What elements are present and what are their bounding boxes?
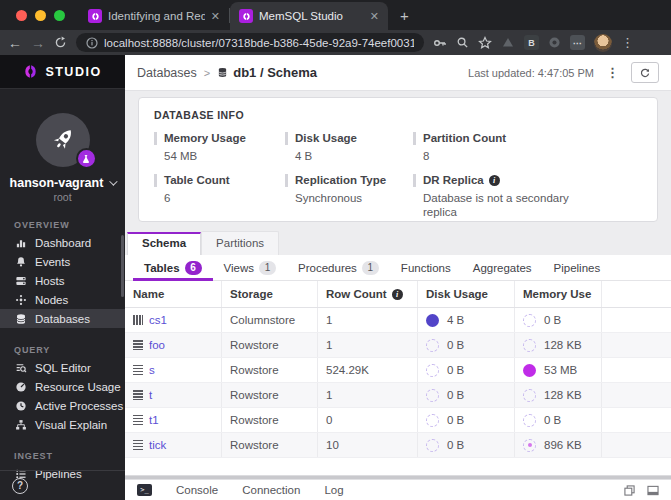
site-info-icon[interactable] xyxy=(86,37,98,49)
name-cell: cs1 xyxy=(125,308,222,332)
info-field-partition-count: Partition Count 8 xyxy=(413,132,642,163)
console-tab[interactable]: Console xyxy=(176,484,218,496)
bookmark-star-icon[interactable] xyxy=(478,36,492,50)
storage-cell: Columnstore xyxy=(222,308,318,332)
storage-cell: Rowstore xyxy=(222,383,318,407)
studio-logo: STUDIO xyxy=(0,55,125,89)
sidebar-item-dashboard[interactable]: Dashboard xyxy=(0,233,125,252)
table-name-link[interactable]: foo xyxy=(149,339,165,351)
name-cell: tick xyxy=(125,433,222,457)
extension-b-icon[interactable]: B xyxy=(524,35,539,50)
browser-tab-inactive[interactable]: Identifying and Reducing Mem ✕ xyxy=(79,2,229,30)
expand-panel-icon[interactable] xyxy=(624,485,635,496)
sidebar-item-databases[interactable]: Databases xyxy=(0,309,125,328)
tab-schema[interactable]: Schema xyxy=(127,232,201,255)
sidebar-item-resource-usage[interactable]: Resource Usage xyxy=(0,377,125,396)
memory-use-cell: 0 B xyxy=(515,308,602,332)
rowstore-icon xyxy=(133,390,143,400)
memory-usage-indicator xyxy=(523,339,536,352)
zoom-icon[interactable] xyxy=(456,36,469,49)
tab-aggregates[interactable]: Aggregates xyxy=(462,255,543,281)
browser-menu-icon[interactable]: ⋮ xyxy=(621,35,634,50)
tab-close-icon[interactable]: ✕ xyxy=(211,10,220,23)
columnstore-icon xyxy=(133,315,143,325)
tab-procedures[interactable]: Procedures 1 xyxy=(287,255,390,281)
new-tab-button[interactable]: + xyxy=(388,0,421,30)
log-tab[interactable]: Log xyxy=(324,484,343,496)
fullscreen-window-button[interactable] xyxy=(54,10,65,21)
breadcrumb-separator: > xyxy=(204,67,210,79)
extension-dots-icon[interactable]: ⋯ xyxy=(570,35,585,50)
memory-usage-indicator xyxy=(523,414,536,427)
table-name-link[interactable]: t xyxy=(149,389,152,401)
spacer-cell xyxy=(602,308,671,332)
extension-circle-icon[interactable] xyxy=(548,36,561,49)
sidebar-scrollbar[interactable] xyxy=(121,235,124,297)
minimize-window-button[interactable] xyxy=(35,10,46,21)
console-bar: >_ Console Connection Log xyxy=(125,479,671,500)
database-icon xyxy=(14,313,27,325)
sql-editor-icon xyxy=(14,362,27,374)
tab-pipelines[interactable]: Pipelines xyxy=(543,255,612,281)
section-label-query: QUERY xyxy=(0,338,125,358)
rowstore-icon xyxy=(133,440,143,450)
tab-close-icon[interactable]: ✕ xyxy=(370,10,379,23)
refresh-button[interactable] xyxy=(631,62,659,83)
close-window-button[interactable] xyxy=(16,10,27,21)
sidebar-item-active-processes[interactable]: Active Processes xyxy=(0,396,125,415)
views-count-badge: 1 xyxy=(259,261,276,275)
table-name-link[interactable]: t1 xyxy=(149,414,159,426)
avatar[interactable] xyxy=(36,113,90,167)
memory-usage-indicator xyxy=(523,364,536,377)
window-controls[interactable] xyxy=(0,0,79,30)
spacer-cell xyxy=(602,408,671,432)
reload-icon[interactable] xyxy=(54,36,67,49)
extension-drive-icon[interactable] xyxy=(501,36,515,50)
storage-cell: Rowstore xyxy=(222,408,318,432)
minimize-panel-icon[interactable] xyxy=(647,485,659,496)
tab-tables[interactable]: Tables 6 xyxy=(133,255,213,281)
page-header: Databases > db1 / Schema Last updated: 4… xyxy=(125,55,671,91)
table-name-link[interactable]: cs1 xyxy=(149,314,167,326)
connection-tab[interactable]: Connection xyxy=(242,484,300,496)
browser-tab-active[interactable]: MemSQL Studio ✕ xyxy=(230,2,388,30)
url-text[interactable]: localhost:8888/cluster/07318bde-b386-45d… xyxy=(104,37,414,49)
row-count-cell: 1 xyxy=(318,308,418,332)
key-icon[interactable] xyxy=(433,36,447,50)
column-header-name: Name xyxy=(125,281,222,307)
sidebar-item-nodes[interactable]: Nodes xyxy=(0,290,125,309)
sidebar-item-sql-editor[interactable]: SQL Editor xyxy=(0,358,125,377)
table-name-link[interactable]: tick xyxy=(149,439,166,451)
name-cell: t1 xyxy=(125,408,222,432)
breadcrumb-databases[interactable]: Databases xyxy=(137,66,197,80)
user-role: root xyxy=(0,191,125,203)
refresh-icon xyxy=(639,67,651,79)
sidebar-item-visual-explain[interactable]: Visual Explain xyxy=(0,415,125,434)
memory-use-cell: 896 KB xyxy=(515,433,602,457)
object-type-tabs: Tables 6 Views 1 Procedures 1 Functions … xyxy=(125,255,671,281)
table-row: fooRowstore10 B128 KB xyxy=(125,333,671,358)
browser-profile-avatar[interactable] xyxy=(594,34,612,52)
last-updated-text: Last updated: 4:47:05 PM xyxy=(468,67,594,79)
back-icon[interactable]: ← xyxy=(8,36,22,50)
help-button[interactable]: ? xyxy=(12,478,28,494)
storage-cell: Rowstore xyxy=(222,333,318,357)
browser-tab-strip: Identifying and Reducing Mem ✕ MemSQL St… xyxy=(0,0,671,30)
chevron-down-icon[interactable] xyxy=(110,177,118,185)
tab-views[interactable]: Views 1 xyxy=(213,255,287,281)
sidebar-item-events[interactable]: Events xyxy=(0,252,125,271)
forward-icon[interactable]: → xyxy=(31,36,45,50)
tab-partitions[interactable]: Partitions xyxy=(201,231,279,255)
info-field-memory-usage: Memory Usage 54 MB xyxy=(154,132,285,163)
page-menu-icon[interactable]: ⋮ xyxy=(606,65,619,80)
rowstore-icon xyxy=(133,365,143,375)
info-field-disk-usage: Disk Usage 4 B xyxy=(285,132,413,163)
disk-usage-indicator xyxy=(426,314,439,327)
user-profile: hanson-vagrant root xyxy=(0,89,125,203)
sidebar-item-hosts[interactable]: Hosts xyxy=(0,271,125,290)
dashboard-icon xyxy=(14,237,27,249)
table-name-link[interactable]: s xyxy=(149,364,155,376)
column-header-storage: Storage xyxy=(222,281,318,307)
tab-functions[interactable]: Functions xyxy=(390,255,462,281)
url-bar[interactable]: localhost:8888/cluster/07318bde-b386-45d… xyxy=(76,33,424,52)
